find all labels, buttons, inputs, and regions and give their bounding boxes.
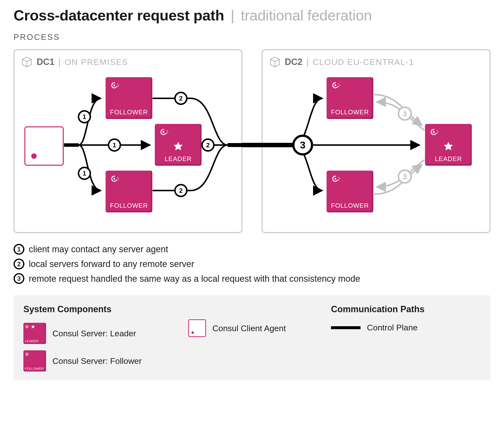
- legend-control-plane-label: Control Plane: [367, 323, 418, 332]
- svg-point-7: [167, 130, 168, 131]
- server-label: LEADER: [165, 155, 192, 163]
- legend-control-plane: Control Plane: [331, 323, 481, 332]
- datacenter-dc1: DC1 | ON PREMISES FOLLOWER LEADER FOLLOW…: [14, 49, 242, 233]
- svg-point-17: [338, 84, 339, 85]
- dc1-name: DC1: [37, 57, 54, 67]
- dc2-header: DC2 | CLOUD EU-CENTRAL-1: [263, 50, 489, 68]
- legend-client-swatch: [188, 319, 206, 337]
- title-subtitle: traditional federation: [241, 7, 372, 24]
- svg-point-6: [163, 131, 164, 133]
- dc2-name: DC2: [285, 57, 302, 67]
- step-text: local servers forward to any remote serv…: [29, 257, 194, 271]
- svg-point-24: [437, 133, 438, 134]
- server-label: FOLLOWER: [331, 108, 369, 116]
- page-title: Cross-datacenter request path | traditio…: [14, 7, 490, 24]
- step-2: 2 local servers forward to any remote se…: [14, 257, 490, 271]
- swatch-label: LEADER: [25, 339, 38, 343]
- client-dot-icon: [31, 153, 37, 159]
- consul-c-icon: [110, 174, 120, 184]
- dc2-sep: |: [306, 57, 309, 67]
- svg-point-12: [117, 177, 118, 178]
- legend-leader-label: Consul Server: Leader: [52, 329, 136, 338]
- step-badge: 3: [14, 273, 24, 284]
- svg-point-14: [117, 180, 118, 181]
- svg-point-27: [338, 177, 339, 178]
- legend-follower-label: Consul Server: Follower: [52, 356, 142, 366]
- svg-point-22: [437, 130, 438, 131]
- svg-point-26: [334, 178, 336, 180]
- diagram-canvas: DC1 | ON PREMISES FOLLOWER LEADER FOLLOW…: [14, 49, 490, 234]
- leader-star-icon: [443, 141, 454, 152]
- consul-c-icon: [159, 127, 170, 137]
- svg-point-23: [438, 132, 439, 133]
- dc1-server-follower-top: FOLLOWER: [106, 77, 152, 119]
- dc2-sub: CLOUD EU-CENTRAL-1: [313, 57, 414, 67]
- server-label: FOLLOWER: [110, 108, 148, 116]
- dc1-server-leader: LEADER: [155, 124, 202, 166]
- step-badge: 2: [14, 259, 24, 269]
- legend-leader: LEADER Consul Server: Leader: [23, 323, 183, 344]
- svg-point-42: [27, 354, 27, 355]
- dc1-header: DC1 | ON PREMISES: [15, 50, 241, 68]
- dc2-server-follower-bottom: FOLLOWER: [327, 171, 373, 212]
- consul-c-icon: [429, 127, 440, 137]
- svg-point-11: [113, 178, 115, 180]
- consul-c-icon: [331, 80, 341, 90]
- legend-leader-swatch: LEADER: [23, 323, 46, 344]
- legend-paths-col: Communication Paths Control Plane: [331, 304, 481, 371]
- legend-components-col1: System Components LEADER Consul Server: …: [23, 304, 183, 371]
- svg-point-40: [27, 326, 27, 327]
- dc2-server-leader: LEADER: [425, 124, 472, 166]
- datacenter-dc2: DC2 | CLOUD EU-CENTRAL-1 FOLLOWER LEADER…: [262, 49, 490, 233]
- dc1-sub: ON PREMISES: [64, 57, 128, 67]
- legend-components-title: System Components: [23, 304, 183, 314]
- svg-point-28: [339, 178, 340, 179]
- svg-point-2: [117, 84, 118, 85]
- client-dot-icon: [191, 331, 194, 334]
- steps-list: 1 client may contact any server agent 2 …: [14, 242, 490, 285]
- server-label: LEADER: [435, 155, 462, 163]
- legend-client-label: Consul Client Agent: [212, 324, 286, 333]
- title-separator: |: [231, 7, 234, 24]
- control-plane-line-icon: [331, 326, 361, 329]
- step-badge: 1: [14, 244, 24, 255]
- dc1-sep: |: [58, 57, 61, 67]
- swatch-label: FOLLOWER: [25, 367, 44, 370]
- leader-star-icon: [173, 141, 184, 152]
- title-main: Cross-datacenter request path: [14, 7, 224, 24]
- cube-icon: [21, 56, 33, 68]
- server-label: FOLLOWER: [110, 202, 148, 209]
- legend-client: Consul Client Agent: [188, 319, 326, 337]
- legend-paths-title: Communication Paths: [331, 304, 481, 314]
- svg-point-16: [334, 85, 336, 86]
- svg-point-8: [167, 132, 168, 133]
- legend: System Components LEADER Consul Server: …: [14, 295, 490, 380]
- svg-point-13: [118, 178, 119, 179]
- svg-point-21: [433, 131, 435, 133]
- consul-client-agent: [24, 126, 64, 166]
- dc2-server-follower-top: FOLLOWER: [327, 77, 373, 119]
- svg-point-9: [167, 133, 168, 134]
- section-label: PROCESS: [14, 32, 490, 42]
- svg-point-19: [338, 86, 339, 87]
- svg-point-1: [113, 85, 115, 86]
- step-1: 1 client may contact any server agent: [14, 242, 490, 256]
- consul-c-icon: [331, 174, 341, 184]
- server-label: FOLLOWER: [331, 202, 369, 209]
- svg-point-3: [118, 85, 119, 86]
- page: Cross-datacenter request path | traditio…: [0, 0, 504, 390]
- step-3: 3 remote request handled the same way as…: [14, 272, 490, 286]
- dc1-server-follower-bottom: FOLLOWER: [106, 171, 152, 212]
- consul-c-icon: [25, 352, 30, 357]
- svg-point-29: [338, 180, 339, 181]
- legend-components-col2: Consul Client Agent: [188, 304, 326, 371]
- consul-c-icon: [110, 80, 120, 90]
- step-text: remote request handled the same way as a…: [29, 272, 360, 286]
- legend-follower-swatch: FOLLOWER: [23, 350, 46, 371]
- cube-icon: [269, 56, 281, 68]
- legend-follower: FOLLOWER Consul Server: Follower: [23, 350, 183, 371]
- svg-point-4: [117, 86, 118, 87]
- step-text: client may contact any server agent: [29, 242, 168, 256]
- leader-star-icon: [31, 325, 35, 329]
- svg-point-18: [339, 85, 340, 86]
